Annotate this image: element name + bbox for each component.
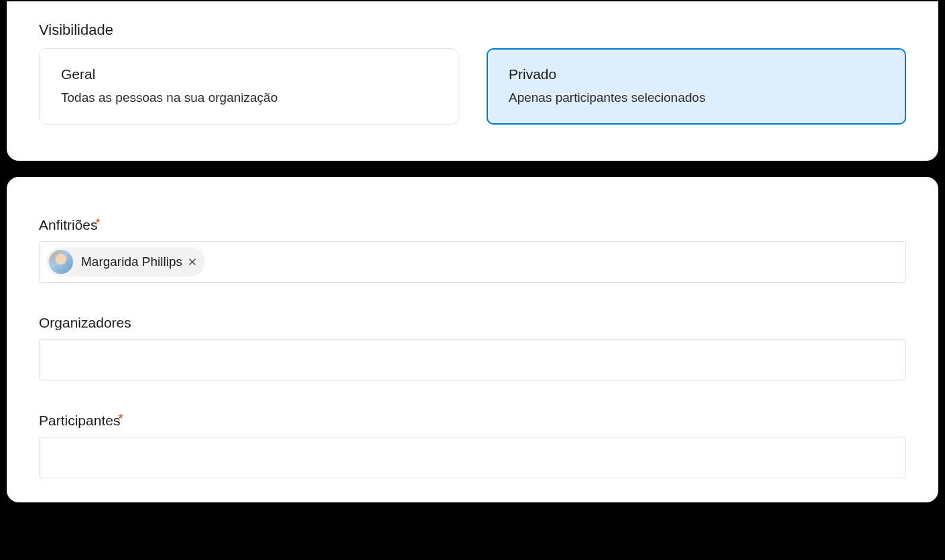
close-icon[interactable] [186,256,198,268]
organizers-input[interactable] [39,339,906,380]
visibility-private-description: Apenas participantes selecionados [509,90,884,105]
hosts-label-text: Anfitriões [39,217,98,232]
organizers-field-group: Organizadores [39,315,906,380]
host-chip: Margarida Phillips [46,247,205,277]
hosts-label: Anfitriões* [39,217,906,233]
visibility-private-title: Privado [509,66,884,82]
required-indicator: * [96,216,101,230]
hosts-input[interactable]: Margarida Phillips [39,241,906,283]
visibility-section-title: Visibilidade [39,21,906,39]
participants-field-group: Participantes* [39,413,906,478]
organizers-label-text: Organizadores [39,315,131,330]
participants-label-text: Participantes [39,413,120,428]
avatar [49,250,73,274]
participants-label: Participantes* [39,413,906,429]
visibility-panel: Visibilidade Geral Todas as pessoas na s… [7,1,938,161]
visibility-option-general[interactable]: Geral Todas as pessoas na sua organizaçã… [39,48,458,125]
visibility-general-description: Todas as pessoas na sua organização [61,90,436,105]
organizers-label: Organizadores [39,315,906,331]
participants-input[interactable] [39,437,906,478]
visibility-options: Geral Todas as pessoas na sua organizaçã… [39,48,906,125]
host-chip-name: Margarida Phillips [81,255,182,269]
people-panel: Anfitriões* Margarida Phillips Organizad… [7,177,938,502]
hosts-field-group: Anfitriões* Margarida Phillips [39,217,906,283]
visibility-general-title: Geral [61,66,436,82]
visibility-option-private[interactable]: Privado Apenas participantes selecionado… [487,48,906,125]
required-indicator: * [118,412,123,425]
